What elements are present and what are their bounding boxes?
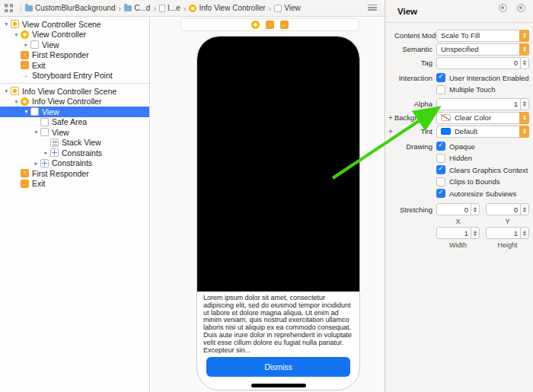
add-background-attribute-button[interactable] bbox=[387, 113, 394, 122]
outline-row-view-selected[interactable]: View bbox=[0, 107, 149, 117]
inspector-toggle-icon[interactable] bbox=[517, 4, 525, 12]
stretch-width-field[interactable]: 1 bbox=[436, 227, 480, 239]
drawing-label: Drawing bbox=[394, 142, 432, 151]
clears-graphics-context-checkbox[interactable] bbox=[436, 165, 445, 174]
background-color-popup[interactable]: Clear Color bbox=[436, 112, 529, 124]
stretch-height-field[interactable]: 1 bbox=[486, 227, 529, 239]
tag-field[interactable]: 0 bbox=[436, 57, 529, 69]
outline-row-constraints[interactable]: Constraints bbox=[0, 158, 149, 169]
clips-to-bounds-checkbox[interactable] bbox=[436, 177, 445, 186]
folder-icon bbox=[124, 5, 132, 11]
outline-row-safe-area[interactable]: Safe Area bbox=[0, 117, 149, 128]
breadcrumb-label: CustomBlurBackground bbox=[35, 4, 116, 12]
view-icon bbox=[274, 5, 282, 12]
breadcrumb-storyboard[interactable]: I...e bbox=[159, 4, 180, 12]
breadcrumb-view-controller[interactable]: Info View Controller bbox=[189, 4, 265, 12]
disclosure-triangle[interactable] bbox=[32, 160, 40, 167]
width-axis-label: Width bbox=[436, 241, 480, 249]
user-interaction-enabled-checkbox[interactable] bbox=[436, 73, 445, 82]
hidden-checkbox[interactable] bbox=[436, 154, 445, 163]
editor-mode-icon[interactable] bbox=[499, 4, 507, 12]
bottom-sheet[interactable]: Lorem ipsum dolor sit amet, consectetur … bbox=[197, 292, 359, 387]
stepper-icon[interactable] bbox=[471, 228, 479, 238]
storyboard-entry-icon bbox=[21, 72, 29, 80]
outline-row-entry-point[interactable]: Storyboard Entry Point bbox=[0, 71, 149, 81]
document-outline: View Controller Scene View Controller Vi… bbox=[0, 18, 150, 392]
safe-area-icon bbox=[40, 118, 49, 126]
stretch-y-field[interactable]: 0 bbox=[486, 203, 529, 215]
view-controller-icon bbox=[21, 30, 29, 39]
stepper-icon[interactable] bbox=[520, 58, 528, 69]
disclosure-triangle[interactable] bbox=[22, 41, 30, 48]
disclosure-triangle[interactable] bbox=[32, 129, 40, 135]
disclosure-triangle[interactable] bbox=[22, 108, 30, 115]
editor-options-icon[interactable] bbox=[368, 5, 377, 12]
popup-arrows-icon bbox=[519, 112, 529, 124]
device-preview[interactable]: Lorem ipsum dolor sit amet, consectetur … bbox=[196, 36, 360, 390]
semantic-label: Semantic bbox=[394, 45, 432, 53]
outline-row-constraints[interactable]: Constraints bbox=[0, 148, 149, 158]
outline-row-inner-view[interactable]: View bbox=[0, 127, 149, 138]
content-mode-popup[interactable]: Scale To Fill bbox=[436, 30, 529, 42]
tint-color-popup[interactable]: Default bbox=[436, 126, 529, 138]
stepper-icon[interactable] bbox=[520, 228, 528, 238]
chevron-right-icon bbox=[116, 4, 125, 13]
multiple-touch-checkbox[interactable] bbox=[436, 85, 445, 94]
background-label: Background bbox=[394, 113, 432, 122]
outline-row-view-controller[interactable]: View Controller bbox=[0, 30, 149, 40]
view-controller-icon bbox=[21, 97, 29, 106]
x-axis-label: X bbox=[436, 218, 480, 225]
disclosure-triangle[interactable] bbox=[12, 31, 21, 38]
content-mode-label: Content Mode bbox=[394, 31, 432, 40]
background-view[interactable] bbox=[197, 37, 359, 292]
outline-row-info-view-controller-scene[interactable]: Info View Controller Scene bbox=[0, 86, 149, 97]
stretch-x-field[interactable]: 0 bbox=[436, 203, 480, 215]
stepper-icon[interactable] bbox=[520, 99, 528, 110]
stretching-label: Stretching bbox=[394, 206, 432, 214]
dismiss-button[interactable]: Dismiss bbox=[206, 357, 350, 377]
breadcrumb-folder[interactable]: C...d bbox=[124, 4, 150, 12]
popup-arrows-icon bbox=[519, 126, 529, 138]
breadcrumb-view[interactable]: View bbox=[274, 4, 301, 12]
interface-builder-canvas[interactable]: Lorem ipsum dolor sit amet, consectetur … bbox=[151, 18, 385, 392]
outline-row-exit[interactable]: Exit bbox=[0, 179, 149, 190]
disclosure-triangle[interactable] bbox=[2, 88, 11, 94]
storyboard-file-icon bbox=[159, 5, 165, 12]
first-responder-icon bbox=[21, 169, 29, 177]
view-icon bbox=[30, 107, 39, 116]
lorem-label[interactable]: Lorem ipsum dolor sit amet, consectetur … bbox=[203, 295, 353, 354]
stepper-icon[interactable] bbox=[471, 204, 479, 215]
stack-view-icon bbox=[50, 139, 59, 147]
exit-icon[interactable] bbox=[280, 21, 289, 29]
breadcrumb-label: View bbox=[284, 4, 301, 12]
outline-row-stack-view[interactable]: Stack View bbox=[0, 138, 149, 148]
view-icon bbox=[40, 128, 49, 136]
related-items-icon[interactable] bbox=[5, 4, 13, 12]
view-controller-icon[interactable] bbox=[251, 21, 260, 29]
breadcrumb-project[interactable]: CustomBlurBackground bbox=[25, 4, 116, 12]
breadcrumb-label: C...d bbox=[134, 4, 150, 12]
disclosure-triangle[interactable] bbox=[2, 21, 11, 27]
outline-row-exit[interactable]: Exit bbox=[0, 60, 149, 71]
alpha-field[interactable]: 1 bbox=[436, 98, 529, 110]
add-tint-attribute-button[interactable] bbox=[387, 127, 394, 135]
scene-icon bbox=[11, 87, 19, 95]
outline-row-view[interactable]: View bbox=[0, 40, 149, 50]
stepper-icon[interactable] bbox=[520, 204, 528, 215]
popup-arrows-icon bbox=[519, 43, 529, 56]
outline-row-info-view-controller[interactable]: Info View Controller bbox=[0, 97, 149, 107]
semantic-popup[interactable]: Unspecified bbox=[436, 43, 529, 56]
clear-color-swatch bbox=[441, 114, 451, 121]
first-responder-icon[interactable] bbox=[266, 21, 274, 29]
disclosure-triangle[interactable] bbox=[12, 98, 21, 105]
xcode-window: CustomBlurBackground C...d I...e Info Vi… bbox=[0, 0, 533, 392]
opaque-checkbox[interactable] bbox=[436, 142, 445, 151]
chevron-right-icon bbox=[150, 4, 159, 13]
autoresize-subviews-checkbox[interactable] bbox=[436, 189, 445, 198]
outline-row-view-controller-scene[interactable]: View Controller Scene bbox=[0, 19, 149, 30]
outline-row-first-responder[interactable]: First Responder bbox=[0, 50, 149, 61]
disclosure-triangle[interactable] bbox=[42, 149, 50, 156]
tag-label: Tag bbox=[394, 59, 432, 67]
outline-row-first-responder[interactable]: First Responder bbox=[0, 168, 149, 179]
folder-icon bbox=[25, 5, 33, 11]
